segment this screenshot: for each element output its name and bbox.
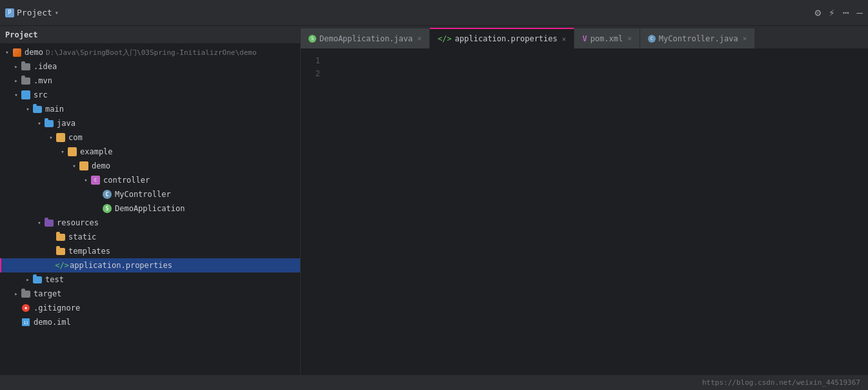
tab-application-props[interactable]: </> application.properties ✕	[430, 28, 574, 48]
src-icon	[21, 90, 31, 100]
tree-item-static[interactable]: static	[0, 230, 300, 244]
tree-label-com: com	[68, 133, 83, 142]
main-area: Project demo D:\Java\SpringBoot入门\03Spri…	[0, 26, 868, 375]
tree-label-static: static	[68, 232, 96, 241]
tree-arrow-controller	[81, 176, 90, 185]
tree-item-demoapplication[interactable]: S DemoApplication	[0, 201, 300, 216]
tree-item-demo-pkg[interactable]: demo	[0, 159, 300, 173]
tree-item-application-props[interactable]: </> application.properties	[0, 258, 300, 272]
class-icon-mycontroller: C	[102, 189, 112, 200]
tab-close-appprops[interactable]: ✕	[562, 35, 567, 43]
tree-item-main[interactable]: main	[0, 102, 300, 116]
tree-label-demo: demo	[25, 48, 43, 57]
settings-icon[interactable]: ⚙	[814, 6, 821, 19]
sidebar-title: Project	[5, 30, 38, 39]
minimize-icon[interactable]: —	[856, 6, 863, 19]
tree-arrow-demo-pkg	[70, 161, 79, 170]
ctrl-icon-folder: C	[90, 175, 101, 185]
git-icon: ◆	[21, 303, 31, 313]
tab-close-demoapplication[interactable]: ✕	[418, 34, 422, 43]
tree-label-mycontroller: MyController	[115, 190, 171, 199]
folder-icon-java-dir	[44, 118, 54, 128]
tree-label-java: java	[57, 119, 76, 128]
tree-label-target: target	[34, 289, 61, 298]
tree-label-demo-pkg: demo	[92, 161, 110, 170]
tree-arrow-target	[12, 289, 21, 298]
templates-folder-icon	[56, 246, 66, 256]
tree-item-java[interactable]: java	[0, 116, 300, 130]
tree-spacer2	[93, 204, 102, 213]
tab-label-demoapplication: DemoApplication.java	[319, 34, 413, 43]
tree-arrow-idea	[12, 62, 21, 71]
tree-spacer	[93, 190, 102, 199]
tree-item-gitignore[interactable]: ◆ .gitignore	[0, 301, 300, 315]
status-bar: https://blog.csdn.net/weixin_44519367	[0, 375, 868, 390]
tree-label-main: main	[45, 105, 64, 114]
sidebar-header: Project	[0, 26, 300, 44]
line-num-2: 2	[301, 67, 320, 80]
tree-root-demo[interactable]: demo D:\Java\SpringBoot入门\03Spring-Initi…	[0, 45, 300, 59]
tab-bar: S DemoApplication.java ✕ </> application…	[301, 26, 868, 49]
test-folder-icon	[32, 274, 43, 285]
tab-mycontroller[interactable]: C MyController.java ✕	[640, 28, 755, 48]
tree-item-test[interactable]: test	[0, 272, 300, 287]
tab-icon-demoapplication: S	[308, 35, 316, 43]
status-url: https://blog.csdn.net/weixin_44519367	[702, 378, 860, 387]
tree-arrow-src	[12, 90, 21, 99]
pkg-icon-demo	[79, 161, 89, 171]
tree-item-demo-iml[interactable]: IJ demo.iml	[0, 315, 300, 329]
tree-item-target[interactable]: target	[0, 287, 300, 301]
tab-pom[interactable]: V pom.xml ✕	[574, 28, 640, 48]
sidebar: Project demo D:\Java\SpringBoot入门\03Spri…	[0, 26, 301, 375]
tab-close-mycontroller[interactable]: ✕	[743, 34, 747, 43]
tree-item-resources[interactable]: resources	[0, 216, 300, 230]
tab-label-pom: pom.xml	[590, 34, 623, 43]
tree-label-application-props: application.properties	[70, 261, 172, 270]
tree-arrow-demo	[3, 48, 12, 57]
project-button[interactable]: P Project ▾	[5, 8, 59, 17]
more-icon[interactable]: ⋯	[843, 6, 849, 19]
resources-icon	[44, 218, 54, 228]
tree-spacer-static	[46, 232, 56, 241]
tree-label-src: src	[34, 90, 48, 99]
project-label: Project	[17, 8, 52, 17]
tab-label-mycontroller: MyController.java	[659, 34, 738, 43]
tree-spacer-templates	[46, 247, 56, 256]
tree-item-com[interactable]: com	[0, 130, 300, 145]
tree-label-example: example	[80, 147, 113, 156]
line-num-1: 1	[301, 54, 320, 67]
tree-label-templates: templates	[68, 247, 110, 256]
chevron-down-icon: ▾	[55, 9, 59, 16]
tree-item-controller[interactable]: C controller	[0, 173, 300, 187]
tree-item-mvn[interactable]: .mvn	[0, 74, 300, 88]
tree-label-test: test	[45, 275, 64, 284]
folder-icon-mvn	[21, 76, 31, 86]
tree-item-example[interactable]: example	[0, 145, 300, 159]
tree-arrow-java	[35, 119, 44, 128]
tree-arrow-com	[46, 133, 56, 142]
tree-spacer-git	[12, 303, 21, 313]
iml-icon: IJ	[21, 317, 31, 327]
tab-icon-mycontroller: C	[648, 35, 656, 43]
tab-marker-pom: V	[582, 34, 587, 43]
tree-arrow-example	[58, 147, 67, 156]
tree-item-src[interactable]: src	[0, 88, 300, 102]
tree-arrow-resources	[35, 218, 44, 227]
file-tree: demo D:\Java\SpringBoot入门\03Spring-Initi…	[0, 44, 300, 375]
tree-arrow-main	[23, 105, 32, 114]
tree-item-idea[interactable]: .idea	[0, 59, 300, 74]
tree-label-resources: resources	[57, 218, 99, 227]
run-icon[interactable]: ⚡	[829, 6, 835, 19]
line-numbers: 1 2	[301, 49, 327, 375]
tab-close-pom[interactable]: ✕	[627, 34, 632, 43]
tree-path-demo: D:\Java\SpringBoot入门\03Spring-Initializr…	[46, 48, 257, 57]
tree-label-mvn: .mvn	[34, 76, 52, 85]
tree-item-mycontroller[interactable]: C MyController	[0, 187, 300, 201]
code-area[interactable]	[327, 49, 868, 375]
tab-demoapplication[interactable]: S DemoApplication.java ✕	[301, 28, 430, 48]
static-folder-icon	[56, 232, 66, 242]
tree-item-templates[interactable]: templates	[0, 244, 300, 258]
tree-arrow-mvn	[12, 76, 21, 85]
tree-label-demoapplication: DemoApplication	[115, 204, 185, 213]
class-icon-demoapplication: S	[102, 203, 112, 214]
